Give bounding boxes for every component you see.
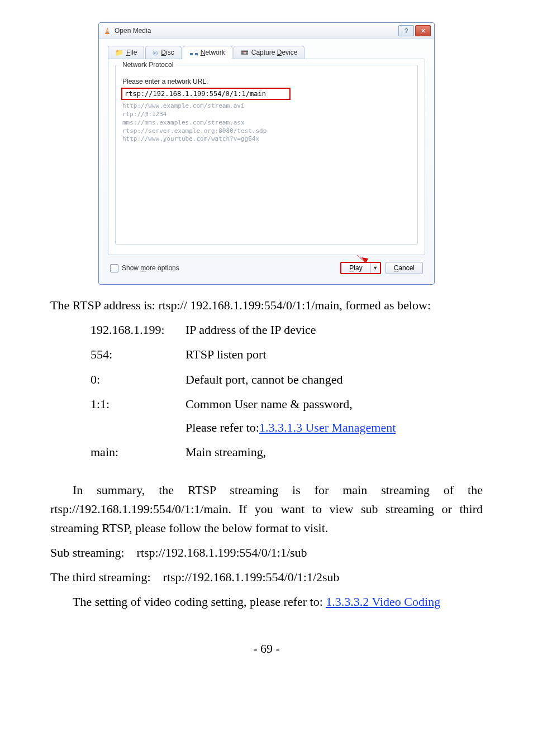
def-key-main: main: [91, 443, 185, 462]
play-button[interactable]: Play ▼ [340, 262, 380, 274]
def-val-main: Main streaming, [185, 443, 483, 462]
cancel-button[interactable]: Cancel [386, 262, 423, 274]
def-val-0: Default port, cannot be changed [185, 370, 483, 389]
tab-capture[interactable]: Capture Device [234, 46, 305, 59]
tab-disc[interactable]: Disc [145, 46, 181, 59]
svg-rect-2 [106, 32, 109, 33]
network-panel: Network Protocol Please enter a network … [108, 59, 425, 255]
user-management-link[interactable]: 1.3.3.1.3 User Management [259, 420, 396, 434]
video-coding-line: The setting of video coding setting, ple… [50, 592, 483, 611]
checkbox-icon [110, 264, 118, 272]
def-key-ip: 192.168.1.199: [91, 320, 185, 339]
titlebar: Open Media ? ✕ [99, 23, 434, 39]
chevron-down-icon[interactable]: ▼ [371, 263, 380, 273]
def-val-ip: IP address of the IP device [185, 320, 483, 339]
dialog-title: Open Media [115, 27, 151, 35]
def-key-0: 0: [91, 370, 185, 389]
def-key-554: 554: [91, 345, 185, 364]
third-streaming-line: The third streaming: rtsp://192.168.1.19… [50, 568, 483, 587]
def-key-11: 1:1: [91, 395, 185, 414]
def-sub-userman: Please refer to:1.3.3.1.3 User Managemen… [185, 418, 483, 437]
video-coding-link[interactable]: 1.3.3.3.2 Video Coding [326, 595, 440, 609]
sub-streaming-line: Sub streaming: rtsp://192.168.1.199:554/… [50, 543, 483, 562]
groupbox-legend: Network Protocol [120, 61, 175, 69]
url-examples: http://www.example.com/stream.avi rtp://… [121, 102, 412, 143]
rtsp-intro: The RTSP address is: rtsp:// 192.168.1.1… [50, 296, 483, 315]
network-protocol-group: Network Protocol Please enter a network … [115, 65, 418, 245]
url-prompt: Please enter a network URL: [122, 78, 412, 85]
page-number: - 69 - [50, 639, 483, 658]
help-button[interactable]: ? [398, 25, 414, 36]
tabs: File Disc Network Capture Device [108, 46, 425, 59]
def-val-11: Common User name & password, [185, 395, 483, 414]
network-url-input[interactable] [121, 88, 291, 100]
svg-rect-1 [106, 30, 108, 31]
tab-file[interactable]: File [108, 46, 144, 59]
vlc-cone-icon [103, 27, 111, 35]
summary-paragraph: In summary, the RTSP streaming is for ma… [50, 481, 483, 538]
open-media-dialog: Open Media ? ✕ File Disc Network [98, 22, 435, 285]
show-more-options-checkbox[interactable]: Show more options [110, 264, 179, 272]
folder-icon [115, 49, 123, 56]
close-button[interactable]: ✕ [415, 25, 431, 36]
definitions: 192.168.1.199: IP address of the IP devi… [91, 320, 483, 462]
tab-network[interactable]: Network [183, 46, 232, 59]
svg-marker-0 [105, 27, 110, 34]
def-val-554: RTSP listen port [185, 345, 483, 364]
disc-icon [153, 49, 158, 56]
capture-icon [241, 49, 249, 56]
